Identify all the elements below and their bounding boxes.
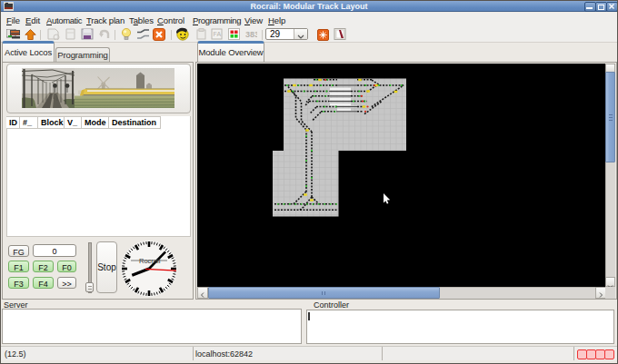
svg-text:FA: FA [214,31,222,37]
svg-text:383: 383 [245,30,257,39]
